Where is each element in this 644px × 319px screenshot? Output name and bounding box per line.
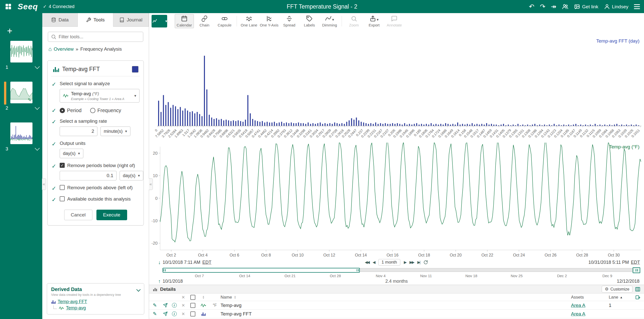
sampling-unit-select[interactable]: minute(s)▾ — [100, 126, 130, 136]
edit-pencil-icon[interactable]: ✎ — [149, 311, 161, 317]
frequency-radio[interactable] — [90, 108, 95, 113]
display-start-timezone-link[interactable]: EDT — [202, 260, 211, 265]
worksheet-thumbnail[interactable] — [10, 122, 32, 144]
remove-all-icon[interactable]: × — [179, 295, 188, 300]
worksheet-thumbnail[interactable] — [10, 41, 32, 62]
range-end-handle[interactable] — [633, 267, 640, 273]
step-back-full-icon[interactable]: ◀◀ — [365, 260, 369, 265]
tab-tools[interactable]: Tools — [78, 13, 113, 27]
trend-series-label[interactable]: Temp-avg (°F) — [609, 144, 639, 150]
calendar-button[interactable]: Calendar — [175, 14, 194, 28]
duration-step-button[interactable]: 1 month — [378, 259, 400, 266]
period-radio-option[interactable]: Period — [60, 108, 82, 113]
worksheet-item-2[interactable]: ✎ 2 — [0, 82, 42, 111]
investigate-duration[interactable]: 2.4 months — [385, 279, 408, 284]
execute-button[interactable]: Execute — [96, 210, 127, 220]
fft-chart[interactable]: 07.58523.79262.52841.89631.5171.26421.08… — [149, 29, 644, 143]
item-name[interactable]: Temp-avg FFT — [221, 311, 571, 317]
step-forward-full-icon[interactable]: ▶▶ — [410, 260, 414, 265]
derived-item-fft[interactable]: Temp-avg FFT — [51, 299, 140, 304]
asset-link[interactable]: Area A — [571, 311, 585, 317]
derived-item-signal[interactable]: Temp-avg — [51, 305, 140, 311]
remove-below-checkbox[interactable]: ✓ — [60, 163, 65, 168]
fft-series-label[interactable]: Temp-avg FFT (day) — [596, 38, 639, 44]
selected-range-handle[interactable] — [163, 268, 360, 273]
remove-above-option[interactable]: Remove periods above (left of) — [60, 185, 139, 190]
redo-icon[interactable]: ↷ — [540, 3, 545, 10]
display-end-value[interactable]: 10/31/2018 5:11 PM — [588, 260, 629, 265]
derived-item-link[interactable]: Temp-avg — [66, 305, 86, 311]
name-column-header[interactable]: Name▲▼ — [221, 295, 571, 300]
table-columns-icon[interactable] — [635, 286, 640, 292]
breadcrumb-overview-link[interactable]: Overview — [54, 46, 74, 52]
view-selector-button[interactable]: ▾ — [152, 15, 167, 27]
collapse-sidebar-handle[interactable]: « — [42, 178, 46, 190]
asset-link[interactable]: Area A — [571, 303, 585, 308]
details-row-temp-avg[interactable]: ✎ i × °F Temp-avg Area A 1 — [149, 301, 644, 310]
add-column-icon[interactable] — [635, 295, 640, 300]
display-start-arrow-icon[interactable]: ↓ — [158, 260, 161, 265]
chevron-down-icon[interactable] — [35, 64, 40, 69]
main-menu-button[interactable] — [634, 4, 640, 9]
undo-icon[interactable]: ↶ — [529, 3, 534, 10]
tab-data[interactable]: Data — [42, 13, 78, 26]
collapse-tools-handle[interactable]: « — [149, 178, 153, 190]
apps-grid-button[interactable] — [4, 2, 13, 11]
frequency-radio-option[interactable]: Frequency — [90, 108, 121, 113]
sort-type-control[interactable]: ▲▼ — [202, 296, 205, 299]
remove-below-unit-select[interactable]: day(s)▾ — [120, 171, 143, 180]
derived-data-header[interactable]: Derived Data — [51, 286, 140, 292]
available-outside-option[interactable]: Available outside this analysis — [60, 196, 139, 202]
export-button[interactable]: ▾ Export — [365, 14, 384, 28]
range-grip-left[interactable] — [164, 269, 166, 271]
navigate-icon[interactable] — [163, 303, 168, 308]
worksheet-item-1[interactable]: 1 — [0, 41, 42, 70]
remove-item-icon[interactable]: × — [179, 311, 188, 317]
period-radio[interactable] — [60, 108, 65, 113]
worksheet-item-3[interactable]: 3 — [0, 122, 42, 152]
worksheet-thumbnail[interactable]: ✎ — [10, 82, 32, 103]
add-worksheet-button[interactable]: + — [7, 28, 12, 34]
sampling-rate-input[interactable] — [60, 126, 97, 136]
chain-button[interactable]: Chain — [195, 14, 214, 28]
remove-below-input[interactable] — [60, 171, 117, 180]
home-icon[interactable]: ⌂ — [48, 46, 52, 52]
chevron-down-icon[interactable] — [35, 105, 40, 110]
derived-item-link[interactable]: Temp-avg FFT — [58, 299, 87, 304]
redo-all-icon[interactable]: ↠ — [551, 3, 556, 10]
item-name[interactable]: Temp-avg — [221, 303, 571, 308]
lane-column-header[interactable]: Lane▲ — [609, 295, 631, 300]
chevron-down-icon[interactable] — [35, 146, 40, 151]
info-icon[interactable]: i — [172, 303, 177, 308]
output-unit-select[interactable]: day(s)▾ — [60, 149, 83, 158]
capsule-button[interactable]: Capsule — [215, 14, 234, 28]
range-grip-right[interactable] — [357, 269, 359, 271]
user-menu-button[interactable]: Lindsey — [604, 4, 629, 10]
signal-select[interactable]: Temp-avg (°F) Example » Cooling Tower 1 … — [60, 89, 139, 103]
cancel-button[interactable]: Cancel — [64, 210, 92, 220]
available-outside-checkbox[interactable] — [60, 196, 65, 201]
details-row-temp-avg-fft[interactable]: ✎ i × Temp-avg FFT Area A — [149, 310, 644, 318]
step-back-half-icon[interactable]: ◀ — [373, 260, 375, 265]
seeq-logo[interactable]: Seeq — [18, 2, 38, 11]
display-end-timezone-link[interactable]: EDT — [631, 260, 640, 265]
navigate-icon[interactable] — [163, 311, 168, 316]
display-start-value[interactable]: 10/1/2018 7:11 AM — [163, 260, 200, 265]
edit-pencil-icon[interactable]: ✎ — [149, 302, 161, 308]
step-to-end-icon[interactable]: ▶| — [417, 260, 420, 265]
investigate-start-arrow-icon[interactable]: ↑ — [158, 278, 161, 284]
step-forward-half-icon[interactable]: ▶ — [404, 260, 406, 265]
select-item-checkbox[interactable] — [190, 311, 195, 316]
spread-button[interactable]: Spread — [280, 14, 299, 28]
connection-status[interactable]: ✓ 4 Connected — [43, 4, 74, 9]
sort-name-control[interactable]: ▲▼ — [234, 296, 236, 299]
select-item-checkbox[interactable] — [190, 303, 195, 308]
tab-journal[interactable]: Journal — [113, 13, 149, 26]
range-track[interactable] — [162, 268, 640, 272]
labels-button[interactable]: Labels — [300, 14, 319, 28]
color-swatch[interactable] — [132, 66, 138, 73]
remove-above-checkbox[interactable] — [60, 185, 65, 190]
investigate-end-value[interactable]: 12/12/2018 — [617, 279, 639, 284]
one-y-axis-button[interactable]: One Y-Axis — [260, 14, 279, 28]
one-lane-button[interactable]: One Lane — [239, 14, 259, 28]
